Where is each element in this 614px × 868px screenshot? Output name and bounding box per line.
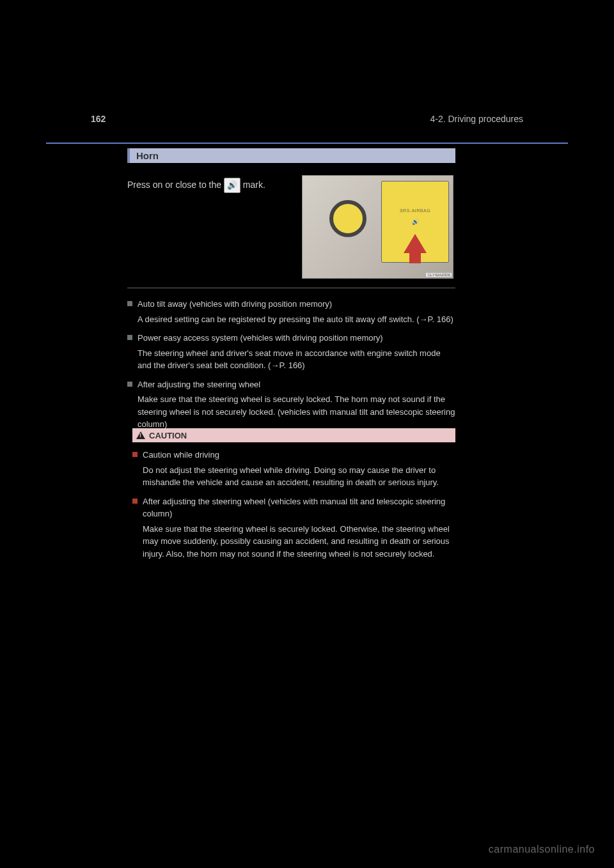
caution-item: After adjusting the steering wheel (vehi… (132, 495, 455, 520)
caution-body: Make sure that the steering wheel is sec… (143, 523, 455, 561)
note-body: A desired setting can be registered by p… (138, 313, 455, 326)
red-square-bullet-icon (132, 452, 138, 457)
figure-code: CLY42AZ006 (426, 273, 452, 277)
caution-label: CAUTION (149, 431, 187, 440)
section-header: Horn (127, 148, 455, 163)
instruction-prefix: Press on or close to the (127, 180, 221, 190)
breadcrumb: 4-2. Driving procedures (430, 114, 523, 124)
watermark: carmanualsonline.info (489, 844, 595, 855)
instruction-suffix: mark. (243, 180, 265, 190)
note-item: After adjusting the steering wheel (127, 378, 455, 391)
square-bullet-icon (127, 382, 132, 387)
note-body: Make sure that the steering wheel is sec… (138, 393, 455, 431)
header-rule (46, 143, 568, 144)
horn-instruction: Press on or close to the 🔊 mark. (127, 178, 294, 193)
note-item: Auto tilt away (vehicles with driving po… (127, 298, 455, 311)
red-square-bullet-icon (132, 499, 138, 504)
warning-triangle-icon (136, 431, 145, 439)
note-title: Power easy access system (vehicles with … (138, 332, 383, 345)
notes-section: Auto tilt away (vehicles with driving po… (127, 298, 455, 437)
horn-small-icon: 🔊 (412, 219, 419, 225)
airbag-callout: SRS-AIRBAG 🔊 (381, 181, 449, 263)
caution-section: Caution while driving Do not adjust the … (132, 449, 455, 566)
note-title: Auto tilt away (vehicles with driving po… (138, 298, 332, 311)
page-header: 162 4-2. Driving procedures (91, 114, 523, 124)
caution-item: Caution while driving (132, 449, 455, 461)
caution-header: CAUTION (132, 428, 455, 442)
steering-wheel-graphic (329, 200, 366, 237)
press-arrow-icon (404, 234, 427, 253)
horn-icon: 🔊 (224, 178, 240, 193)
square-bullet-icon (127, 301, 132, 306)
steering-wheel-figure: SRS-AIRBAG 🔊 CLY42AZ006 (302, 175, 453, 279)
manual-page: 162 4-2. Driving procedures Horn Press o… (0, 0, 614, 868)
airbag-label: SRS-AIRBAG (382, 208, 448, 213)
section-title: Horn (136, 150, 159, 161)
divider-rule (127, 288, 455, 288)
caution-body: Do not adjust the steering wheel while d… (143, 464, 455, 489)
note-item: Power easy access system (vehicles with … (127, 332, 455, 345)
note-title: After adjusting the steering wheel (138, 378, 260, 391)
page-number: 162 (91, 114, 106, 124)
square-bullet-icon (127, 335, 132, 340)
caution-title: After adjusting the steering wheel (vehi… (143, 495, 455, 520)
caution-title: Caution while driving (143, 449, 219, 461)
note-body: The steering wheel and driver's seat mov… (138, 347, 455, 372)
